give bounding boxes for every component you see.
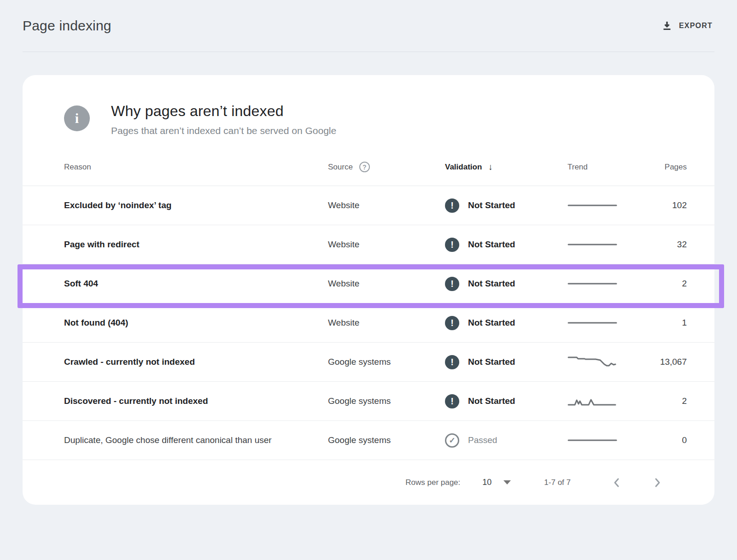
pages-count: 32 xyxy=(677,239,687,249)
source-cell: Google systems xyxy=(328,357,391,367)
validation-cell: ! Not Started xyxy=(445,277,567,291)
validation-status-label: Not Started xyxy=(468,239,515,250)
column-header-validation[interactable]: Validation ↓ xyxy=(445,162,567,172)
next-page-button[interactable] xyxy=(650,474,665,491)
sort-descending-icon: ↓ xyxy=(488,162,493,172)
table-row-highlighted[interactable]: Soft 404 Website ! Not Started 2 xyxy=(23,264,714,303)
trend-sparkline xyxy=(567,315,618,331)
card-title: Why pages aren’t indexed xyxy=(111,103,336,120)
reason-cell: Page with redirect xyxy=(64,237,294,252)
table-pagination: Rows per page: 10 1-7 of 7 xyxy=(23,460,714,505)
source-cell: Google systems xyxy=(328,396,391,406)
table-body: Excluded by ‘noindex’ tag Website ! Not … xyxy=(23,186,714,460)
reason-cell: Crawled - currently not indexed xyxy=(64,354,294,369)
source-cell: Website xyxy=(328,279,359,288)
source-cell: Website xyxy=(328,239,359,249)
validation-status-label: Not Started xyxy=(468,318,515,328)
validation-status-icon: ! xyxy=(445,394,459,408)
source-cell: Website xyxy=(328,200,359,210)
pages-count: 2 xyxy=(682,396,687,406)
validation-status-label: Not Started xyxy=(468,357,515,367)
table-row[interactable]: Crawled - currently not indexed Google s… xyxy=(23,343,714,382)
table-row[interactable]: Duplicate, Google chose different canoni… xyxy=(23,421,714,460)
reason-cell: Discovered - currently not indexed xyxy=(64,393,294,408)
column-header-pages[interactable]: Pages xyxy=(641,163,687,172)
column-header-reason[interactable]: Reason xyxy=(64,163,328,172)
validation-cell: ! Not Started xyxy=(445,355,567,369)
pagination-range: 1-7 of 7 xyxy=(544,478,571,487)
pages-count: 0 xyxy=(682,435,687,445)
why-pages-not-indexed-card: i Why pages aren’t indexed Pages that ar… xyxy=(23,75,714,505)
validation-status-icon: ! xyxy=(445,355,459,369)
table-row[interactable]: Excluded by ‘noindex’ tag Website ! Not … xyxy=(23,186,714,225)
info-icon: i xyxy=(64,105,90,131)
table-row[interactable]: Discovered - currently not indexed Googl… xyxy=(23,382,714,421)
validation-cell: ! Not Started xyxy=(445,198,567,213)
pages-count: 102 xyxy=(672,200,687,210)
validation-cell: ✓ Passed xyxy=(445,433,567,448)
validation-cell: ! Not Started xyxy=(445,394,567,408)
validation-status-icon: ✓ xyxy=(445,433,459,448)
source-cell: Google systems xyxy=(328,435,391,445)
trend-sparkline xyxy=(567,276,618,292)
export-button[interactable]: EXPORT xyxy=(660,17,714,35)
trend-sparkline xyxy=(567,354,618,370)
chevron-left-icon xyxy=(612,477,621,488)
rows-per-page-select[interactable]: 10 xyxy=(482,478,511,487)
reason-cell: Duplicate, Google chose different canoni… xyxy=(64,432,294,448)
pages-count: 1 xyxy=(682,318,687,327)
trend-sparkline xyxy=(567,393,618,409)
reason-cell: Soft 404 xyxy=(64,276,294,291)
trend-sparkline xyxy=(567,198,618,213)
rows-per-page-label: Rows per page: xyxy=(405,478,460,487)
validation-status-label: Not Started xyxy=(468,200,515,210)
rows-per-page-value: 10 xyxy=(482,478,491,487)
validation-status-icon: ! xyxy=(445,277,459,291)
validation-status-icon: ! xyxy=(445,316,459,330)
dropdown-arrow-icon xyxy=(503,480,511,484)
page-title: Page indexing xyxy=(23,18,111,34)
filter-button[interactable] xyxy=(668,115,689,120)
trend-sparkline xyxy=(567,237,618,252)
table-row[interactable]: Page with redirect Website ! Not Started… xyxy=(23,225,714,264)
pages-count: 2 xyxy=(682,279,687,288)
download-icon xyxy=(662,21,672,31)
column-header-trend[interactable]: Trend xyxy=(567,163,641,172)
column-header-source[interactable]: Source? xyxy=(328,162,445,172)
table-row[interactable]: Not found (404) Website ! Not Started 1 xyxy=(23,303,714,343)
reason-cell: Excluded by ‘noindex’ tag xyxy=(64,198,294,213)
card-subtitle: Pages that aren’t indexed can’t be serve… xyxy=(111,125,336,136)
validation-status-label: Passed xyxy=(468,435,497,445)
validation-status-label: Not Started xyxy=(468,279,515,289)
chevron-right-icon xyxy=(653,477,662,488)
previous-page-button[interactable] xyxy=(609,474,624,491)
card-header: i Why pages aren’t indexed Pages that ar… xyxy=(23,75,714,148)
validation-status-icon: ! xyxy=(445,198,459,213)
topbar: Page indexing EXPORT xyxy=(23,0,714,52)
validation-cell: ! Not Started xyxy=(445,316,567,330)
validation-status-icon: ! xyxy=(445,238,459,252)
table-header-row: Reason Source? Validation ↓ Trend Pages xyxy=(23,148,714,186)
help-icon[interactable]: ? xyxy=(359,162,370,172)
export-label: EXPORT xyxy=(679,22,713,30)
trend-sparkline xyxy=(567,432,618,448)
validation-cell: ! Not Started xyxy=(445,238,567,252)
pages-count: 13,067 xyxy=(660,357,687,367)
validation-status-label: Not Started xyxy=(468,396,515,406)
reason-cell: Not found (404) xyxy=(64,315,294,330)
source-cell: Website xyxy=(328,318,359,327)
